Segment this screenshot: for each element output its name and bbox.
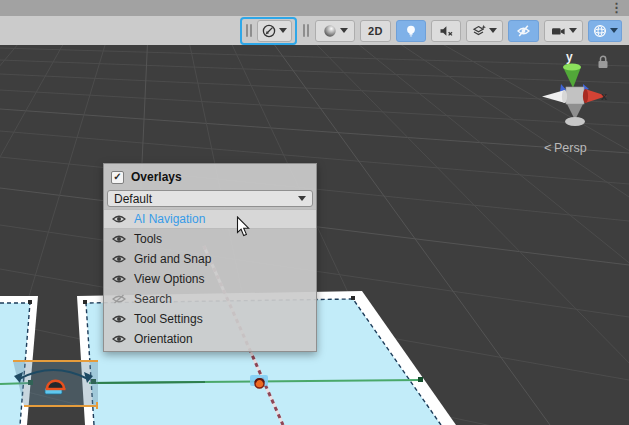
overlay-item-label: Search bbox=[134, 292, 172, 306]
overlays-enabled-checkbox[interactable]: ✓ bbox=[111, 171, 124, 184]
dropdown-arrow-icon bbox=[298, 196, 306, 201]
camera-icon bbox=[551, 24, 566, 38]
overlay-item-tool-settings[interactable]: Tool Settings bbox=[104, 309, 316, 329]
overlay-preset-value: Default bbox=[114, 192, 152, 206]
light-bulb-icon bbox=[404, 24, 418, 38]
audio-mute-button[interactable] bbox=[431, 20, 461, 42]
2d-mode-button[interactable]: 2D bbox=[360, 20, 391, 42]
overlay-item-orientation[interactable]: Orientation bbox=[104, 329, 316, 349]
dropdown-arrow-icon bbox=[340, 28, 348, 33]
dropdown-arrow-icon bbox=[610, 28, 618, 33]
overlay-visibility-group bbox=[240, 17, 297, 45]
mouse-cursor bbox=[236, 216, 251, 238]
scene-tab-strip: ⋮ bbox=[0, 0, 629, 16]
camera-settings-button[interactable] bbox=[544, 20, 583, 42]
overlay-item-label: Grid and Snap bbox=[134, 252, 211, 266]
gizmo-x-axis-label: x bbox=[601, 90, 608, 102]
eye-icon[interactable] bbox=[112, 234, 126, 244]
overlay-item-label: View Options bbox=[134, 272, 204, 286]
overlay-preset-dropdown[interactable]: Default bbox=[107, 190, 313, 207]
overlay-item-label: AI Navigation bbox=[134, 212, 205, 226]
dropdown-arrow-icon bbox=[569, 28, 577, 33]
eye-icon[interactable] bbox=[112, 334, 126, 344]
gizmo-center-cube[interactable] bbox=[566, 87, 584, 104]
overlay-item-label: Tool Settings bbox=[134, 312, 203, 326]
overlay-visibility-button[interactable] bbox=[257, 20, 292, 42]
overlay-item-label: Orientation bbox=[134, 332, 193, 346]
draw-mode-button[interactable] bbox=[315, 20, 355, 42]
projection-label[interactable]: Persp bbox=[554, 141, 587, 155]
eye-icon[interactable] bbox=[112, 214, 126, 224]
speaker-muted-icon bbox=[439, 24, 454, 38]
eye-icon[interactable] bbox=[112, 274, 126, 284]
dropdown-arrow-icon bbox=[279, 28, 287, 33]
shaded-sphere-icon bbox=[323, 24, 337, 38]
eye-icon[interactable] bbox=[112, 254, 126, 264]
eye-slash-icon bbox=[516, 24, 531, 38]
overlays-popup-menu: ✓ Overlays Default AI Navigation Tools bbox=[103, 163, 317, 352]
layers-sparkle-icon bbox=[472, 24, 486, 38]
overlays-menu-title: Overlays bbox=[131, 170, 182, 184]
gizmos-dropdown-button[interactable] bbox=[607, 20, 622, 42]
overlay-item-tools[interactable]: Tools bbox=[104, 229, 316, 249]
dropdown-arrow-icon bbox=[489, 28, 497, 33]
eye-slash-icon[interactable] bbox=[112, 294, 126, 304]
overlays-menu-list: AI Navigation Tools Grid and Snap View O… bbox=[104, 209, 316, 349]
toolbar-drag-handle[interactable] bbox=[245, 24, 253, 37]
overlays-menu-header: ✓ Overlays bbox=[104, 164, 316, 190]
overlay-item-ai-navigation[interactable]: AI Navigation bbox=[104, 209, 316, 229]
scene-lighting-button[interactable] bbox=[396, 20, 426, 42]
scene-visibility-button[interactable] bbox=[508, 20, 539, 42]
overlay-item-label: Tools bbox=[134, 232, 162, 246]
overlay-item-search[interactable]: Search bbox=[104, 289, 316, 309]
eye-icon[interactable] bbox=[112, 314, 126, 324]
persp-toggle-icon[interactable]: < bbox=[544, 140, 552, 155]
scene-toolbar: 2D bbox=[0, 16, 629, 45]
pane-menu-icon[interactable]: ⋮ bbox=[610, 0, 623, 16]
gizmo-y-axis-label: y bbox=[566, 50, 573, 64]
gizmo-sphere-icon bbox=[593, 24, 607, 38]
effects-button[interactable] bbox=[466, 20, 503, 42]
2d-mode-label: 2D bbox=[368, 25, 383, 37]
compass-pen-icon bbox=[262, 24, 276, 38]
overlay-item-grid-and-snap[interactable]: Grid and Snap bbox=[104, 249, 316, 269]
overlay-item-view-options[interactable]: View Options bbox=[104, 269, 316, 289]
toolbar-drag-handle[interactable] bbox=[302, 24, 310, 37]
unity-scene-view[interactable]: y bbox=[0, 0, 629, 425]
